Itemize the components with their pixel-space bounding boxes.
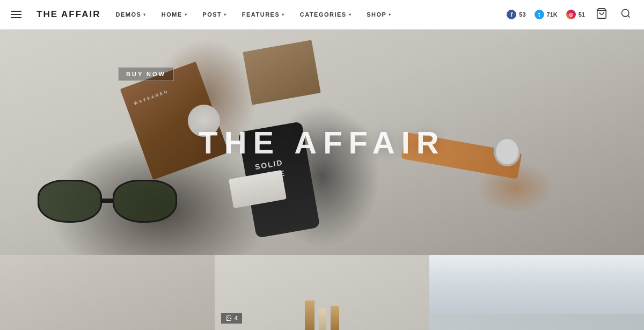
site-logo[interactable]: THE AFFAIR: [36, 9, 100, 20]
bottom-grid: 4: [0, 255, 644, 330]
facebook-icon: f: [507, 10, 516, 19]
product-sunglasses: [38, 164, 188, 255]
header-left: THE AFFAIR DEMOS ▾ HOME ▾ POST ▾ FEATURE…: [11, 9, 392, 20]
hero-section: WAYFARER SOLIDSTATE BUY NOW THE AFFAIR: [0, 30, 644, 255]
chevron-down-icon: ▾: [143, 12, 147, 17]
bottle-2: [319, 309, 326, 330]
search-button[interactable]: [618, 6, 633, 23]
product-box-2: [243, 40, 320, 105]
cart-button[interactable]: [594, 5, 610, 24]
mid-product-bottles: [305, 300, 339, 330]
nav-item-shop[interactable]: SHOP ▾: [367, 11, 392, 18]
grid-cell-left[interactable]: [0, 255, 215, 330]
facebook-social[interactable]: f 53: [507, 10, 525, 19]
product-buckle: [494, 137, 521, 166]
grid-cell-mid[interactable]: 4: [215, 255, 429, 330]
instagram-social[interactable]: ◎ 51: [566, 10, 585, 19]
nav-item-post[interactable]: POST ▾: [202, 11, 226, 18]
svg-point-3: [228, 317, 229, 318]
svg-point-1: [622, 10, 629, 17]
chevron-down-icon: ▾: [389, 12, 392, 17]
bottle-1: [305, 300, 314, 330]
chevron-down-icon: ▾: [185, 12, 188, 17]
nav-item-demos[interactable]: DEMOS ▾: [115, 11, 146, 18]
sunglass-bridge: [101, 199, 114, 203]
image-count-badge: 4: [221, 313, 242, 324]
chevron-down-icon: ▾: [224, 12, 227, 17]
nav-item-features[interactable]: FEATURES ▾: [242, 11, 285, 18]
image-icon: [225, 315, 232, 321]
header-right: f 53 t 71K ◎ 51: [507, 5, 633, 24]
chevron-down-icon: ▾: [282, 12, 285, 17]
nav-item-categories[interactable]: CATEGORIES ▾: [300, 11, 352, 18]
chevron-down-icon: ▾: [349, 12, 352, 17]
nav-item-home[interactable]: HOME ▾: [162, 11, 188, 18]
bottle-3: [331, 306, 339, 330]
sunglass-left-lens: [38, 180, 102, 223]
grid-cell-right[interactable]: [429, 255, 644, 330]
twitter-icon: t: [535, 10, 544, 19]
cologne-box-label: WAYFARER: [133, 89, 170, 106]
instagram-icon: ◎: [566, 10, 576, 19]
hero-title: THE AFFAIR: [199, 124, 445, 160]
hamburger-menu-button[interactable]: [11, 11, 21, 18]
site-header: THE AFFAIR DEMOS ▾ HOME ▾ POST ▾ FEATURE…: [0, 0, 644, 30]
buy-now-button[interactable]: BUY NOW: [118, 67, 174, 81]
main-nav: DEMOS ▾ HOME ▾ POST ▾ FEATURES ▾ CATEGOR…: [115, 11, 391, 18]
twitter-social[interactable]: t 71K: [535, 10, 558, 19]
sunglass-right-lens: [113, 180, 177, 223]
right-cell-ground: [429, 314, 644, 330]
